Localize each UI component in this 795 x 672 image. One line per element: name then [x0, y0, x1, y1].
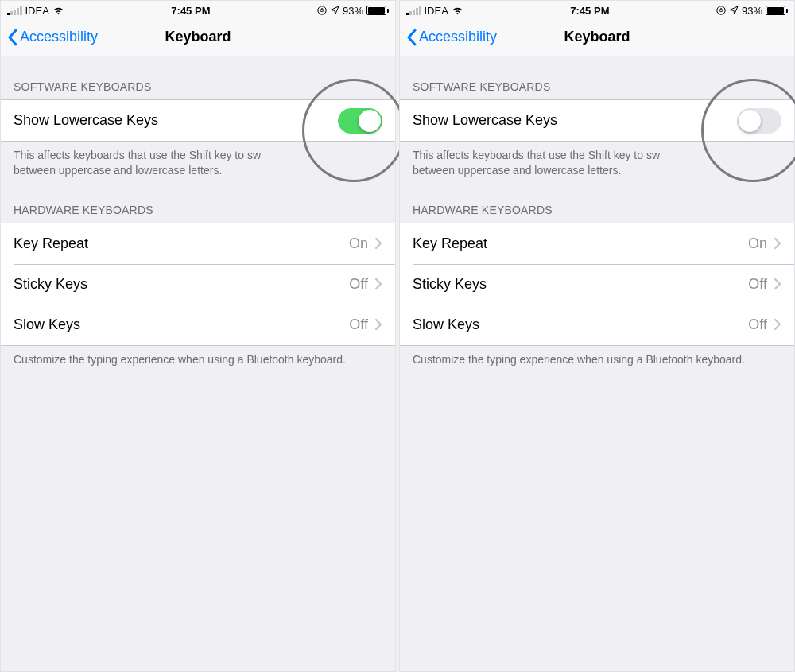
chevron-left-icon	[406, 29, 417, 46]
row-slow-keys[interactable]: Slow Keys Off	[400, 305, 794, 345]
phone-screen-right: IDEA 7:45 PM 93% Accessi	[399, 0, 795, 672]
row-label: Sticky Keys	[14, 276, 349, 293]
back-label: Accessibility	[20, 29, 98, 45]
row-show-lowercase-keys[interactable]: Show Lowercase Keys	[1, 100, 395, 141]
svg-point-0	[318, 6, 326, 14]
carrier-label: IDEA	[25, 5, 49, 17]
row-value: Off	[349, 317, 368, 333]
rotation-lock-icon	[317, 6, 327, 15]
toggle-show-lowercase-keys[interactable]	[737, 108, 781, 134]
wifi-icon	[452, 6, 463, 15]
section-footer-hardware: Customize the typing experience when usi…	[1, 346, 395, 375]
hardware-cells: Key Repeat On Sticky Keys Off Slow Keys …	[400, 223, 794, 346]
toggle-knob	[739, 110, 761, 132]
location-icon	[729, 6, 739, 15]
software-cells: Show Lowercase Keys	[1, 99, 395, 142]
chevron-right-icon	[374, 278, 382, 290]
row-key-repeat[interactable]: Key Repeat On	[1, 223, 395, 264]
battery-percent: 93%	[343, 5, 363, 17]
status-left: IDEA	[7, 5, 64, 17]
row-show-lowercase-keys[interactable]: Show Lowercase Keys	[400, 100, 794, 141]
nav-bar: Accessibility Keyboard	[1, 18, 395, 56]
chevron-right-icon	[774, 278, 781, 290]
row-label: Key Repeat	[413, 235, 748, 252]
row-label: Show Lowercase Keys	[14, 112, 338, 129]
status-bar: IDEA 7:45 PM 93%	[1, 1, 395, 18]
nav-bar: Accessibility Keyboard	[400, 18, 794, 56]
toggle-show-lowercase-keys[interactable]	[338, 108, 382, 134]
battery-percent: 93%	[742, 5, 762, 17]
chevron-right-icon	[774, 237, 781, 250]
status-bar: IDEA 7:45 PM 93%	[400, 1, 794, 18]
signal-strength-icon	[406, 6, 421, 15]
row-label: Slow Keys	[14, 317, 349, 333]
status-right: 93%	[317, 5, 389, 17]
row-value: Off	[349, 276, 368, 293]
row-label: Show Lowercase Keys	[413, 112, 737, 129]
row-value: Off	[748, 276, 767, 293]
status-right: 93%	[716, 5, 788, 17]
toggle-knob	[359, 110, 381, 132]
rotation-lock-icon	[716, 6, 726, 15]
status-time: 7:45 PM	[570, 5, 609, 17]
row-value: On	[349, 235, 368, 252]
back-button[interactable]: Accessibility	[1, 29, 98, 46]
section-header-software: SOFTWARE KEYBOARDS	[1, 56, 395, 99]
phone-screen-left: IDEA 7:45 PM 93% Accessi	[0, 0, 396, 672]
hardware-cells: Key Repeat On Sticky Keys Off Slow Keys …	[1, 223, 395, 346]
section-header-hardware: HARDWARE KEYBOARDS	[400, 186, 794, 223]
row-key-repeat[interactable]: Key Repeat On	[400, 223, 794, 264]
svg-point-1	[717, 6, 725, 14]
battery-icon	[766, 6, 788, 15]
row-slow-keys[interactable]: Slow Keys Off	[1, 305, 395, 345]
carrier-label: IDEA	[425, 5, 448, 17]
battery-icon	[366, 6, 389, 15]
section-header-hardware: HARDWARE KEYBOARDS	[1, 186, 395, 223]
section-footer-software: This affects keyboards that use the Shif…	[1, 142, 395, 186]
signal-strength-icon	[7, 6, 22, 15]
wifi-icon	[52, 6, 64, 15]
chevron-right-icon	[774, 318, 781, 331]
section-header-software: SOFTWARE KEYBOARDS	[400, 56, 794, 99]
software-cells: Show Lowercase Keys	[400, 99, 794, 142]
location-icon	[330, 6, 339, 15]
chevron-right-icon	[374, 318, 382, 331]
row-value: On	[748, 235, 767, 252]
row-sticky-keys[interactable]: Sticky Keys Off	[400, 264, 794, 305]
row-label: Sticky Keys	[413, 276, 748, 293]
row-sticky-keys[interactable]: Sticky Keys Off	[1, 264, 395, 305]
status-left: IDEA	[406, 5, 463, 17]
back-label: Accessibility	[419, 29, 497, 45]
back-button[interactable]: Accessibility	[400, 29, 497, 46]
row-value: Off	[748, 317, 767, 333]
row-label: Slow Keys	[413, 317, 748, 333]
section-footer-software: This affects keyboards that use the Shif…	[400, 142, 794, 186]
chevron-left-icon	[7, 29, 18, 46]
chevron-right-icon	[374, 237, 382, 250]
status-time: 7:45 PM	[171, 5, 210, 17]
row-label: Key Repeat	[14, 235, 349, 252]
section-footer-hardware: Customize the typing experience when usi…	[400, 346, 794, 375]
